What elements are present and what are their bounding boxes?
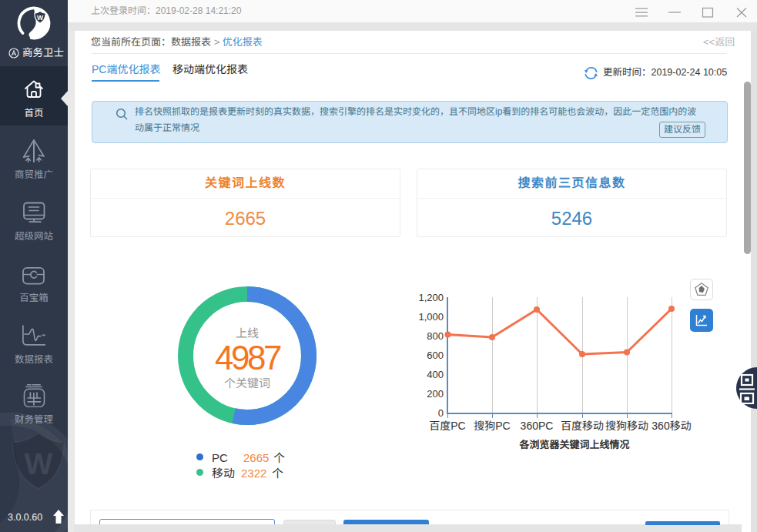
svg-text:W: W <box>24 447 52 480</box>
svg-text:W: W <box>37 14 44 22</box>
